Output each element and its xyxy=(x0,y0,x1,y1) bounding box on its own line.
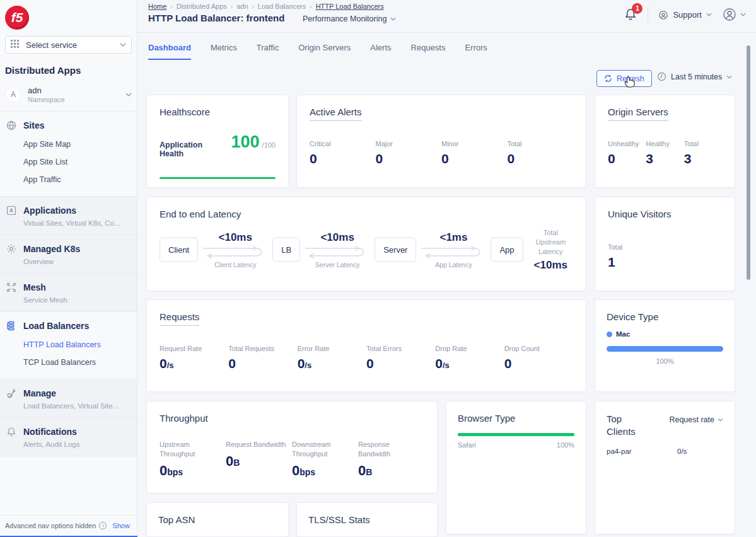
latency-hop-label: Server Latency xyxy=(315,261,360,268)
top-clients-sort-dropdown[interactable]: Request rate xyxy=(669,415,723,424)
select-service-dropdown[interactable]: Select service xyxy=(5,36,132,54)
stat-value: 0 xyxy=(508,151,574,166)
load-balancer-icon xyxy=(6,321,16,331)
tab-errors[interactable]: Errors xyxy=(465,33,487,60)
sidebar-item-app-site-list[interactable]: App Site List xyxy=(23,153,131,171)
stat-upstream-throughput: Upstream Throughput 0bps xyxy=(160,440,226,479)
client-name: pa4-par xyxy=(607,448,677,455)
sidebar-section-manage[interactable]: Manage Load Balancers, Virtual Site... xyxy=(0,379,137,418)
grid-icon xyxy=(11,40,21,50)
latency-hop-server: <10ms Server Latency xyxy=(303,231,372,268)
sidebar-item-load-balancers[interactable]: Load Balancers xyxy=(6,320,131,332)
origin-servers-title[interactable]: Origin Servers xyxy=(608,107,668,121)
globe-icon xyxy=(6,120,16,130)
requests-title[interactable]: Requests xyxy=(160,311,199,326)
client-value: 0/s xyxy=(677,448,687,455)
stat-unit: bps xyxy=(299,467,315,477)
stat-total-requests: Total Requests 0 xyxy=(228,345,297,371)
stat-value: 3 xyxy=(684,151,722,166)
tab-metrics[interactable]: Metrics xyxy=(211,33,237,60)
stat-critical: Critical 0 xyxy=(310,140,376,166)
breadcrumb-http-load-balancers[interactable]: HTTP Load Balancers xyxy=(316,3,384,10)
user-icon xyxy=(722,7,737,22)
sidebar-item-app-traffic[interactable]: App Traffic xyxy=(23,171,131,188)
breadcrumb-distributed-apps[interactable]: Distributed Apps xyxy=(177,3,227,10)
tab-dashboard[interactable]: Dashboard xyxy=(148,33,191,60)
sidebar-section-mesh[interactable]: Mesh Service Mesh xyxy=(0,274,137,312)
stat-value: 0 xyxy=(226,453,233,469)
sidebar-item-label: Managed K8s xyxy=(23,244,80,254)
user-menu[interactable] xyxy=(722,7,746,22)
support-menu[interactable]: Support xyxy=(658,9,712,20)
support-icon xyxy=(658,9,668,20)
notifications-bell-button[interactable]: 1 xyxy=(624,8,637,21)
refresh-button[interactable]: Refresh xyxy=(596,70,652,87)
tab-traffic[interactable]: Traffic xyxy=(257,33,279,60)
sidebar-item-http-load-balancers[interactable]: HTTP Load Balancers xyxy=(23,336,131,354)
latency-hop-label: Client Latency xyxy=(214,261,257,268)
latency-node-app: App xyxy=(491,238,523,262)
performance-monitoring-dropdown[interactable]: Performance Monitoring xyxy=(303,14,396,23)
tab-origin-servers[interactable]: Origin Servers xyxy=(298,33,351,60)
sidebar-item-label: Applications xyxy=(23,205,76,216)
latency-hop-label: App Latency xyxy=(435,261,472,268)
top-clients-title: Top Clients xyxy=(607,413,646,437)
stat-label: Downstream Throughput xyxy=(292,440,350,459)
application-health-value: 100 xyxy=(231,132,260,152)
sidebar-app-title: Distributed Apps xyxy=(5,65,132,76)
top-clients-card: Top Clients Request rate pa4-par 0/s xyxy=(595,401,735,534)
sidebar-section-managed-k8s[interactable]: Managed K8s Overview xyxy=(0,235,137,274)
stat-label: Upstream Throughput xyxy=(160,440,205,459)
stat-unit: bps xyxy=(167,467,183,477)
stat-label: Major xyxy=(376,140,442,147)
breadcrumb-home[interactable]: Home xyxy=(148,3,166,10)
sidebar-item-sublabel: Service Mesh xyxy=(23,296,131,304)
sort-label: Request rate xyxy=(669,415,714,424)
unique-visitors-card: Unique Visitors Total 1 xyxy=(595,197,735,291)
active-alerts-title[interactable]: Active Alerts xyxy=(310,107,362,121)
stat-value: 0 xyxy=(228,356,236,371)
stat-label: Request Bandwidth xyxy=(226,440,292,449)
page-title: HTTP Load Balancer: frontend xyxy=(148,13,284,23)
breadcrumb-adn[interactable]: adn xyxy=(236,3,248,10)
sidebar-item-tcp-load-balancers[interactable]: TCP Load Balancers xyxy=(23,354,131,371)
page-header: Home › Distributed Apps › adn › Load Bal… xyxy=(137,0,756,33)
breadcrumb-load-balancers[interactable]: Load Balancers xyxy=(258,3,306,10)
stat-drop-count: Drop Count 0 xyxy=(504,345,573,371)
f5-logo[interactable]: f5 xyxy=(5,6,29,30)
browser-type-card: Browser Type Safari 100% xyxy=(446,401,586,534)
top-clients-row: pa4-par 0/s xyxy=(607,448,723,455)
device-type-title: Device Type xyxy=(607,311,723,322)
stat-value: 0 xyxy=(160,356,167,371)
sidebar-item-sites[interactable]: Sites xyxy=(6,119,131,132)
tab-alerts[interactable]: Alerts xyxy=(370,33,391,60)
unique-visitors-value: 1 xyxy=(608,255,722,270)
namespace-selector[interactable]: A adn Namespace xyxy=(0,79,137,112)
applications-icon xyxy=(6,205,16,216)
legend-dot xyxy=(607,332,612,337)
sidebar-item-app-site-map[interactable]: App Site Map xyxy=(23,136,131,153)
stat-label: Critical xyxy=(310,140,376,147)
clock-icon xyxy=(657,72,666,81)
help-circle-icon[interactable]: ? xyxy=(99,522,107,529)
latency-hop-client: <10ms Client Latency xyxy=(201,231,270,268)
sidebar-section-notifications[interactable]: Notifications Alerts, Audit Logs xyxy=(0,418,137,456)
latency-value: <1ms xyxy=(439,231,467,244)
f5-logo-text: f5 xyxy=(11,10,23,25)
stat-label: Drop Rate xyxy=(435,345,504,352)
healthscore-title: Healthscore xyxy=(160,107,276,117)
stat-total: Total 0 xyxy=(508,140,574,166)
sidebar-section-applications[interactable]: Applications Virtual Sites, Virtual K8s,… xyxy=(0,197,137,235)
browser-type-title: Browser Type xyxy=(458,413,574,424)
latency-value: <10ms xyxy=(219,231,252,244)
time-range-dropdown[interactable]: Last 5 minutes xyxy=(657,72,732,81)
stat-downstream-throughput: Downstream Throughput 0bps xyxy=(292,440,358,479)
breadcrumb-separator: › xyxy=(310,3,311,10)
show-advanced-nav-link[interactable]: Show xyxy=(112,522,130,529)
stat-unit: B xyxy=(233,458,240,468)
chevron-down-icon xyxy=(740,13,746,16)
sidebar-item-sublabel: Virtual Sites, Virtual K8s, Co... xyxy=(23,219,131,227)
scrollbar-thumb[interactable] xyxy=(747,45,750,280)
browser-type-bar xyxy=(458,433,574,436)
tab-requests[interactable]: Requests xyxy=(411,33,446,60)
